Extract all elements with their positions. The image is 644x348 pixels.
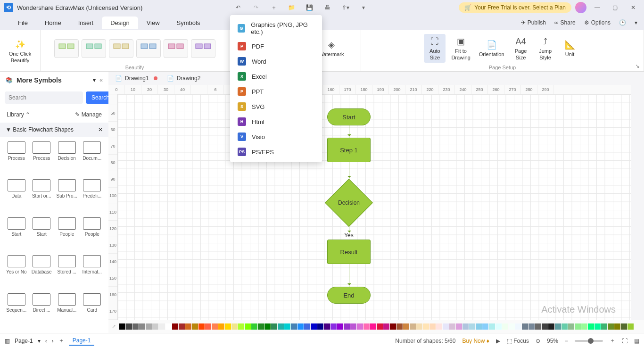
start-node[interactable]: Start [327, 108, 371, 125]
zoom-in-icon[interactable]: ＋ [610, 337, 615, 345]
theme-tile[interactable] [54, 39, 79, 58]
color-swatch[interactable] [462, 323, 469, 330]
menu-design[interactable]: Design [102, 17, 138, 29]
shape-item[interactable]: Manual... [55, 293, 79, 328]
doc-tab[interactable]: 📄Drawing2 [162, 73, 206, 83]
color-swatch[interactable] [370, 323, 376, 330]
color-swatch[interactable] [561, 323, 568, 330]
color-swatch[interactable] [337, 323, 343, 330]
color-swatch[interactable] [126, 323, 132, 330]
minimize-icon[interactable]: — [590, 0, 604, 15]
theme-tile[interactable] [109, 39, 133, 58]
open-icon[interactable]: 📁 [287, 2, 297, 13]
decision-node[interactable]: Decision [325, 179, 372, 226]
menu-file[interactable]: File [9, 17, 36, 29]
color-swatch[interactable] [443, 323, 449, 330]
color-swatch[interactable] [146, 323, 152, 330]
step-node[interactable]: Step 1 [327, 138, 371, 162]
color-swatch[interactable] [515, 323, 521, 330]
color-swatch[interactable] [601, 323, 607, 330]
shape-item[interactable]: Direct ... [30, 293, 54, 328]
maximize-icon[interactable]: ▢ [608, 0, 622, 15]
color-swatch[interactable] [225, 323, 231, 330]
shape-item[interactable]: Sequen... [5, 293, 28, 328]
color-swatch[interactable] [264, 323, 271, 330]
next-page-icon[interactable]: › [52, 338, 54, 344]
color-swatch[interactable] [179, 323, 185, 330]
color-swatch[interactable] [304, 323, 310, 330]
eyedropper-icon[interactable]: ⟋ [111, 323, 117, 330]
color-swatch[interactable] [608, 323, 614, 330]
export-item[interactable]: VVisio [230, 129, 322, 144]
end-node[interactable]: End [327, 287, 371, 304]
export-item[interactable]: PSPS/EPS [230, 144, 322, 159]
color-swatch[interactable] [416, 323, 422, 330]
library-link[interactable]: Library ⌃ [7, 111, 30, 118]
connector[interactable] [349, 162, 349, 179]
connector[interactable] [349, 264, 349, 287]
connector[interactable] [349, 125, 349, 138]
auto-size-button[interactable]: ⛶Auto Size [424, 34, 446, 62]
unit-button[interactable]: 📐Unit [559, 37, 581, 59]
color-swatch[interactable] [139, 323, 145, 330]
one-click-beautify-button[interactable]: ✨ One Click Beautify [6, 37, 34, 65]
close-icon[interactable]: ✕ [626, 0, 640, 15]
shape-item[interactable]: People [81, 217, 104, 252]
fit-drawing-button[interactable]: ▣Fit to Drawing [448, 34, 473, 62]
color-swatch[interactable] [212, 323, 218, 330]
shape-item[interactable]: Stored ... [55, 255, 79, 290]
collapse-icon[interactable]: « [99, 77, 103, 83]
color-swatch[interactable] [132, 323, 139, 330]
color-swatch[interactable] [185, 323, 191, 330]
save-icon[interactable]: 💾 [305, 2, 315, 13]
notification-icon[interactable]: 🕒 [619, 19, 626, 26]
color-swatch[interactable] [311, 323, 317, 330]
color-swatch[interactable] [198, 323, 205, 330]
color-swatch[interactable] [271, 323, 277, 330]
chevron-down-icon[interactable]: ▾ [38, 338, 41, 344]
export-item[interactable]: XExcel [230, 69, 322, 84]
undo-icon[interactable]: ↶ [233, 2, 243, 13]
color-swatch[interactable] [469, 323, 475, 330]
color-swatch[interactable] [297, 323, 304, 330]
color-swatch[interactable] [522, 323, 528, 330]
color-swatch[interactable] [482, 323, 488, 330]
color-swatch[interactable] [291, 323, 297, 330]
add-page-icon[interactable]: ＋ [58, 337, 64, 345]
shape-item[interactable]: Predefi... [81, 179, 104, 214]
color-swatch[interactable] [363, 323, 370, 330]
shape-item[interactable]: Internal... [81, 255, 104, 290]
export-item[interactable]: SSVG [230, 99, 322, 114]
export-item[interactable]: GGraphics (PNG, JPG etc.) [230, 18, 322, 39]
menu-view[interactable]: View [138, 17, 168, 29]
color-swatch[interactable] [231, 323, 238, 330]
shape-item[interactable]: Card [81, 293, 104, 328]
page-size-button[interactable]: A4Page Size [510, 34, 532, 62]
color-swatch[interactable] [621, 323, 627, 330]
export-item[interactable]: PPPT [230, 84, 322, 99]
doc-tab[interactable]: 📄Drawing1 [110, 73, 162, 83]
menu-home[interactable]: Home [36, 17, 70, 29]
options-button[interactable]: ⚙Options [584, 19, 611, 26]
shape-item[interactable]: Docum... [81, 141, 104, 176]
color-swatch[interactable] [436, 323, 442, 330]
shape-item[interactable]: Decision [55, 141, 79, 176]
menu-symbols[interactable]: Symbols [168, 17, 209, 29]
page-tab[interactable]: Page-1 [69, 336, 95, 346]
dialog-launcher-icon[interactable]: ↘ [635, 63, 642, 69]
shape-item[interactable]: People [55, 217, 79, 252]
avatar[interactable] [575, 2, 586, 13]
color-swatch[interactable] [495, 323, 502, 330]
color-swatch[interactable] [403, 323, 409, 330]
shape-item[interactable]: Process [30, 141, 54, 176]
color-swatch[interactable] [350, 323, 356, 330]
prev-page-icon[interactable]: ‹ [45, 338, 47, 344]
export-item[interactable]: HHtml [230, 114, 322, 129]
share-button[interactable]: ∞Share [554, 19, 576, 26]
color-swatch[interactable] [449, 323, 455, 330]
result-node[interactable]: Result [327, 240, 371, 264]
chevron-down-icon[interactable]: ▾ [93, 77, 96, 83]
shape-item[interactable]: Yes or No [5, 255, 28, 290]
export-item[interactable]: WWord [230, 54, 322, 69]
connector[interactable] [349, 226, 349, 234]
